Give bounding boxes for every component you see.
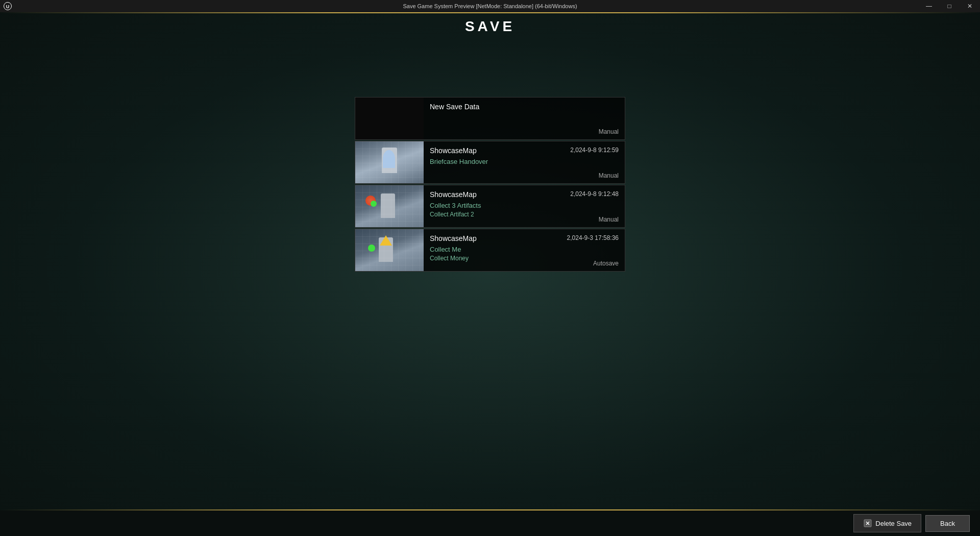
minimize-button[interactable]: — — [919, 0, 939, 12]
save-date-2: 2,024-9-8 9:12:48 — [570, 190, 619, 198]
thumb-dot-green-3 — [368, 245, 375, 252]
save-name-1: ShowcaseMap — [430, 147, 477, 155]
svg-text:U: U — [6, 4, 10, 9]
thumbnail-2 — [355, 185, 424, 227]
back-button[interactable]: Back — [925, 515, 970, 532]
save-info-new: New Save Data Manual — [424, 98, 625, 139]
page-title: SAVE — [0, 18, 980, 35]
save-title-row-2: ShowcaseMap 2,024-9-8 9:12:48 — [430, 190, 619, 199]
save-type-3: Autosave — [593, 260, 619, 267]
save-name-3: ShowcaseMap — [430, 234, 477, 242]
save-name-2: ShowcaseMap — [430, 190, 477, 199]
save-subtitle-1: Briefcase Handover — [430, 158, 619, 165]
save-type-new: Manual — [599, 128, 619, 135]
save-slot-2[interactable]: ShowcaseMap 2,024-9-8 9:12:48 Collect 3 … — [355, 185, 625, 228]
delete-save-label: Delete Save — [875, 520, 912, 527]
save-list: New Save Data Manual ShowcaseMap 2,024-9… — [355, 97, 625, 273]
save-type-2: Manual — [599, 216, 619, 223]
save-info-1: ShowcaseMap 2,024-9-8 9:12:59 Briefcase … — [424, 141, 625, 183]
delete-icon — [863, 519, 872, 528]
save-title-row-new: New Save Data — [430, 103, 619, 111]
ue-logo: U — [3, 2, 12, 11]
save-date-3: 2,024-9-3 17:58:36 — [567, 234, 619, 241]
thumb-scene2 — [355, 185, 424, 227]
thumb-dot-green-2 — [371, 201, 377, 207]
save-slot-1[interactable]: ShowcaseMap 2,024-9-8 9:12:59 Briefcase … — [355, 141, 625, 184]
thumbnail-3 — [355, 229, 424, 271]
title-bar: U Save Game System Preview [NetMode: Sta… — [0, 0, 980, 12]
close-button[interactable]: ✕ — [960, 0, 980, 12]
title-bar-text: Save Game System Preview [NetMode: Stand… — [403, 3, 577, 9]
save-title-row-3: ShowcaseMap 2,024-9-3 17:58:36 — [430, 234, 619, 242]
save-type-1: Manual — [599, 172, 619, 179]
thumb-grid-1 — [355, 141, 424, 183]
save-info-3: ShowcaseMap 2,024-9-3 17:58:36 Collect M… — [424, 229, 625, 271]
save-slot-3[interactable]: ShowcaseMap 2,024-9-3 17:58:36 Collect M… — [355, 229, 625, 272]
save-subtitle-2: Collect 3 Artifacts — [430, 202, 619, 209]
thumb-scene3 — [355, 229, 424, 271]
save-detail-2: Collect Artifact 2 — [430, 211, 619, 218]
thumbnail-new — [355, 98, 424, 139]
bottom-bar: Delete Save Back — [0, 510, 980, 536]
top-divider — [0, 12, 980, 13]
title-bar-controls: — □ ✕ — [919, 0, 980, 12]
save-slot-new[interactable]: New Save Data Manual — [355, 97, 625, 140]
thumb-scene1 — [355, 141, 424, 183]
save-title-row-1: ShowcaseMap 2,024-9-8 9:12:59 — [430, 147, 619, 155]
thumbnail-1 — [355, 141, 424, 183]
maximize-button[interactable]: □ — [939, 0, 960, 12]
save-detail-3: Collect Money — [430, 255, 619, 262]
thumb-triangle-3 — [380, 235, 392, 246]
thumb-grid-2 — [355, 185, 424, 227]
save-date-1: 2,024-9-8 9:12:59 — [570, 147, 619, 154]
save-subtitle-3: Collect Me — [430, 246, 619, 253]
save-info-2: ShowcaseMap 2,024-9-8 9:12:48 Collect 3 … — [424, 185, 625, 227]
delete-save-button[interactable]: Delete Save — [853, 514, 921, 532]
save-name-new: New Save Data — [430, 103, 479, 111]
